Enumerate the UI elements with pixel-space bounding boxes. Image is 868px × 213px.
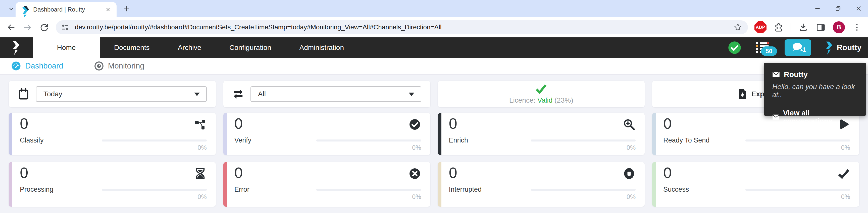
adblock-extension-icon[interactable]: ABP — [754, 21, 767, 33]
brand-name: Routty — [837, 43, 862, 52]
menu-item-home[interactable]: Home — [33, 37, 100, 58]
stat-percent: 0% — [626, 144, 636, 151]
chat-popup: Routty Hello, can you have a look at.. V… — [764, 63, 866, 116]
x-circle-icon — [409, 168, 421, 180]
site-info-icon[interactable] — [61, 23, 69, 32]
address-bar[interactable]: dev.routty.be/portal/routty/#dashboard#D… — [56, 20, 748, 34]
check-icon — [838, 168, 850, 180]
dropdown-caret-icon — [409, 93, 414, 96]
extensions-puzzle-icon[interactable] — [773, 22, 784, 33]
menu-item-archive[interactable]: Archive — [164, 37, 215, 58]
licence-valid-check-icon — [535, 84, 548, 94]
progress-bar — [745, 140, 850, 142]
menu-item-configuration[interactable]: Configuration — [215, 37, 285, 58]
profile-avatar[interactable]: B — [833, 21, 845, 33]
chat-count-badge: 1 — [802, 46, 806, 54]
stat-percent: 0% — [841, 144, 850, 151]
dashboard-page: Today All Licence: Valid (23%) — [0, 75, 868, 213]
direction-value: All — [258, 90, 266, 98]
stat-label: Classify — [20, 137, 44, 144]
licence-card: Licence: Valid (23%) — [438, 81, 645, 107]
routty-logo-icon[interactable] — [0, 37, 33, 58]
zoom-in-icon — [623, 118, 635, 131]
tab-title: Dashboard | Routty — [33, 6, 104, 13]
stat-value: 0 — [235, 115, 243, 132]
stat-value: 0 — [663, 115, 672, 132]
check-circle-icon — [409, 118, 421, 131]
progress-bar — [316, 189, 421, 191]
chat-preview: Hello, can you have a look at.. — [772, 83, 858, 99]
envelope-icon — [772, 114, 780, 120]
stat-card-verify[interactable]: 0 Verify 0% — [223, 113, 430, 155]
stat-label: Processing — [20, 186, 54, 193]
stat-value: 0 — [20, 115, 28, 132]
stat-percent: 0% — [198, 193, 207, 201]
licence-status-text: Licence: Valid (23%) — [509, 96, 573, 104]
direction-filter-card: All — [223, 81, 430, 107]
stat-percent: 0% — [412, 144, 421, 151]
tab-monitoring[interactable]: Monitoring — [94, 61, 145, 71]
stat-percent: 0% — [412, 193, 421, 201]
chat-sender: Routty — [784, 70, 808, 79]
status-ok-check-icon[interactable] — [728, 41, 741, 55]
view-all-conversations-link[interactable]: View all conversations — [772, 109, 858, 126]
restore-button[interactable] — [833, 4, 843, 13]
minimize-button[interactable] — [813, 4, 822, 13]
licence-status-value: Valid — [537, 96, 553, 104]
sub-navigation: Dashboard Monitoring — [0, 58, 868, 75]
stat-percent: 0% — [626, 193, 636, 201]
browser-toolbar: dev.routty.be/portal/routty/#dashboard#D… — [0, 17, 868, 37]
stat-card-error[interactable]: 0 Error 0% — [223, 162, 430, 207]
progress-bar — [745, 189, 850, 191]
main-menu: Home Documents Archive Configuration Adm… — [33, 37, 358, 58]
url-text[interactable]: dev.routty.be/portal/routty/#dashboard#D… — [75, 23, 734, 31]
progress-bar — [531, 140, 636, 142]
swap-arrows-icon — [232, 88, 244, 100]
stat-card-success[interactable]: 0 Success 0% — [652, 162, 859, 207]
browser-tab[interactable]: Dashboard | Routty — [16, 2, 117, 17]
progress-bar — [102, 140, 207, 142]
direction-select[interactable]: All — [250, 86, 421, 102]
tab-dashboard[interactable]: Dashboard — [11, 61, 63, 71]
stat-card-classify[interactable]: 0 Classify 0% — [9, 113, 216, 155]
new-tab-button[interactable] — [122, 4, 131, 13]
bookmark-star-icon[interactable] — [734, 23, 742, 32]
task-list-icon[interactable]: 50 — [755, 41, 771, 54]
browser-menu-kebab-icon[interactable] — [851, 22, 863, 33]
browser-titlebar: Dashboard | Routty — [0, 0, 868, 17]
stat-card-enrich[interactable]: 0 Enrich 0% — [438, 113, 645, 155]
file-export-icon — [738, 88, 747, 100]
brand: Routty — [825, 41, 862, 55]
stat-label: Interrupted — [449, 186, 482, 193]
stat-label: Verify — [235, 137, 251, 144]
menu-item-documents[interactable]: Documents — [100, 37, 164, 58]
downloads-icon[interactable] — [798, 22, 809, 33]
stat-card-processing[interactable]: 0 Processing 0% — [9, 162, 216, 207]
tab-search-chevron-icon[interactable] — [6, 4, 16, 14]
chat-button[interactable]: 1 — [784, 39, 811, 56]
browser-window: Dashboard | Routty dev.routty.be/portal/… — [0, 0, 868, 213]
back-button[interactable] — [5, 22, 17, 33]
chat-popup-header[interactable]: Routty — [772, 70, 858, 79]
close-window-button[interactable] — [854, 4, 864, 13]
monitoring-eye-icon — [94, 61, 104, 71]
sitemap-icon — [194, 118, 206, 131]
menu-item-administration[interactable]: Administration — [285, 37, 358, 58]
tab-close-icon[interactable] — [104, 5, 112, 13]
date-range-select[interactable]: Today — [36, 86, 207, 102]
stat-label: Enrich — [449, 137, 468, 144]
stat-value: 0 — [235, 164, 243, 181]
stat-value: 0 — [663, 164, 672, 181]
forward-button[interactable] — [22, 22, 33, 33]
stop-circle-icon — [623, 168, 635, 180]
stat-percent: 0% — [841, 193, 850, 201]
task-count-badge: 50 — [761, 46, 777, 56]
stat-label: Ready To Send — [663, 137, 710, 144]
dropdown-caret-icon — [194, 93, 200, 96]
side-panel-icon[interactable] — [815, 22, 826, 33]
reload-button[interactable] — [39, 22, 50, 33]
stat-card-interrupted[interactable]: 0 Interrupted 0% — [438, 162, 645, 207]
toolbar-divider — [790, 23, 791, 32]
stat-percent: 0% — [198, 144, 207, 151]
date-filter-card: Today — [9, 81, 216, 107]
